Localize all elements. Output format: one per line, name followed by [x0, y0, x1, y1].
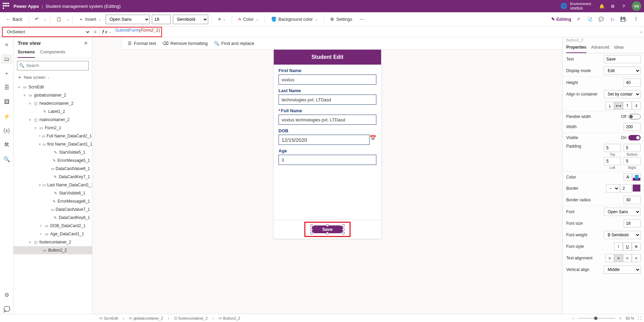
settings-gear-icon[interactable]: ⚙ [607, 1, 618, 12]
font-size-input[interactable] [152, 15, 171, 24]
notifications-icon[interactable]: 🔔 [596, 1, 607, 12]
zoom-in-button[interactable]: ＋ [619, 316, 622, 321]
prop-font-select[interactable]: Open Sans [604, 208, 641, 216]
breadcrumb-item[interactable]: ◫ footercontainer_2 [172, 316, 210, 320]
prop-vert-align-select[interactable]: Middle [604, 266, 641, 274]
fit-to-screen-icon[interactable]: ⛶ [638, 316, 641, 320]
bg-color-menu[interactable]: 🪣 Background color ⌄ [268, 15, 320, 23]
pad-top-input[interactable] [604, 144, 621, 152]
align-buttons[interactable]: ⭳ ⟷ ⭱ ⇕ [605, 102, 641, 110]
overflow-menu[interactable]: ⋯ [357, 15, 367, 23]
tree-node[interactable]: ▭DataCardValue6_1 [14, 165, 92, 173]
breadcrumb-item[interactable]: ▭ globalcontainer_2 [127, 316, 165, 320]
tree-node[interactable]: ✎ErrorMessage5_1 [14, 156, 92, 165]
environment-picker[interactable]: 🌐 Environmentvoxtus [560, 2, 591, 11]
paste-split[interactable]: ⌄ [66, 17, 69, 21]
share-icon[interactable]: ↗ [573, 15, 583, 24]
last-name-input[interactable] [279, 95, 376, 105]
pad-right-input[interactable] [624, 157, 641, 165]
avatar[interactable]: vo [632, 1, 641, 11]
align-end-icon[interactable]: ⭱ [623, 102, 632, 110]
border-color-swatch[interactable] [632, 184, 641, 192]
insert-rail-icon[interactable]: ＋ [1, 69, 12, 78]
pad-left-input[interactable] [604, 157, 621, 165]
tree-node[interactable]: ∨◫footercontainer_2 [14, 238, 92, 246]
tree-view-icon[interactable]: 🗂 [1, 54, 12, 64]
breadcrumb-item[interactable]: ▭ Button2_2 [216, 316, 242, 320]
zoom-out-button[interactable]: − [572, 316, 574, 320]
insert-button[interactable]: ＋ Insert ⌄ [76, 15, 104, 24]
first-name-input[interactable] [279, 74, 376, 85]
tree-node[interactable]: ▭Button2_2 [14, 246, 92, 254]
back-button[interactable]: ← Back [3, 15, 25, 23]
align-start-icon[interactable]: ⭳ [605, 102, 614, 110]
undo-button[interactable]: ↶ [32, 15, 41, 23]
align-left-button[interactable]: ≡ [605, 254, 614, 262]
tree-node[interactable]: ∨◫headercontainer_2 [14, 99, 92, 107]
align-justify-button[interactable]: ≡ [632, 254, 641, 262]
font-color-menu[interactable]: A Color ⌄ [235, 15, 261, 23]
tree-node[interactable]: >▭DOB_DataCard2_1 [14, 222, 92, 230]
tree-node[interactable]: >▭Age_DataCard1_1 [14, 230, 92, 238]
undo-split[interactable]: ⌄ [43, 17, 46, 21]
publish-icon[interactable]: ⤴ [631, 15, 641, 24]
prop-display-mode-select[interactable]: Edit [604, 67, 641, 75]
app-launcher-icon[interactable] [3, 3, 10, 10]
tab-advanced[interactable]: Advanced [591, 42, 609, 53]
fx-button[interactable]: fx ⌄ [100, 28, 114, 36]
underline-button[interactable]: U [623, 242, 632, 251]
remove-formatting-button[interactable]: ⌫ Remove formatting [162, 41, 208, 46]
search-rail-icon[interactable]: 🔍 [1, 154, 12, 164]
tree-node[interactable]: ∨◫maincontainer_2 [14, 116, 92, 124]
full-name-input[interactable] [279, 115, 376, 125]
variables-icon[interactable]: (x) [1, 126, 12, 135]
prop-font-size-input[interactable] [624, 219, 641, 227]
tree-node[interactable]: ∨▭first Name_DataCard1_1 [14, 140, 92, 148]
tab-ideas[interactable]: Ideas [614, 42, 624, 53]
border-width-input[interactable] [620, 184, 632, 192]
align-right-button[interactable]: ≡ [623, 254, 632, 262]
tree-node[interactable]: ✎Label1_2 [14, 107, 92, 116]
prop-width-input[interactable] [624, 123, 641, 131]
settings-rail-icon[interactable]: ⚙ [1, 290, 12, 300]
font-color-swatch[interactable]: A [624, 173, 632, 181]
tab-components[interactable]: Components [40, 47, 66, 58]
tree-node[interactable]: >▭Full Name_DataCard2_1 [14, 132, 92, 140]
tree-node[interactable]: ∨▭Form2_1 [14, 124, 92, 132]
prop-font-weight-select[interactable]: B Semibold [604, 231, 641, 239]
hamburger-icon[interactable]: ≡ [1, 40, 12, 50]
help-icon[interactable]: ? [618, 1, 629, 12]
format-text-button[interactable]: ☰ Format text [128, 41, 156, 46]
age-input[interactable] [279, 155, 376, 165]
breadcrumb-item[interactable]: ▭ ScrnEdit [97, 316, 120, 320]
save-icon[interactable]: 💾⌄ [620, 15, 629, 24]
tree-node[interactable]: ∨▭globalcontainer_2 [14, 91, 92, 99]
tree-node[interactable]: ✎StarVisible6_1 [14, 189, 92, 197]
close-icon[interactable]: ✕ [84, 40, 88, 46]
paste-button[interactable]: 📋 [53, 15, 64, 23]
font-family-select[interactable]: Open Sans [106, 15, 150, 24]
tree-search-input[interactable] [17, 61, 89, 70]
app-checker-icon[interactable]: 🩺 [585, 15, 594, 24]
strike-button[interactable]: S [632, 242, 641, 251]
tab-screens[interactable]: Screens [18, 47, 35, 58]
border-style-select[interactable]: — [606, 184, 620, 192]
tree-node[interactable]: ∨▭Last Name_DataCard1_1 [14, 181, 92, 189]
phone-canvas[interactable]: Student Edit First Name Last Name *Full … [274, 50, 381, 239]
find-replace-button[interactable]: 🔍 Find and replace [214, 41, 254, 46]
tree-node[interactable]: ∨▭ScrnEdit [14, 83, 92, 91]
fill-color-swatch[interactable]: 🪣 [632, 173, 641, 181]
tree-node[interactable]: ✎ErrorMessage6_1 [14, 197, 92, 205]
preview-icon[interactable]: ▷ [608, 15, 618, 24]
comments-icon[interactable]: 💬 [596, 15, 606, 24]
pad-bottom-input[interactable] [624, 144, 641, 152]
prop-height-input[interactable] [624, 79, 641, 87]
prop-text-input[interactable] [604, 55, 641, 63]
tab-properties[interactable]: Properties [566, 42, 586, 53]
align-center-icon[interactable]: ⟷ [614, 102, 623, 110]
italic-button[interactable]: I [614, 242, 623, 251]
flex-width-toggle[interactable] [628, 114, 641, 119]
dob-input[interactable] [279, 135, 370, 145]
ask-rail-icon[interactable]: 💭 [1, 304, 12, 314]
prop-align-container-select[interactable]: Set by container [604, 90, 641, 98]
